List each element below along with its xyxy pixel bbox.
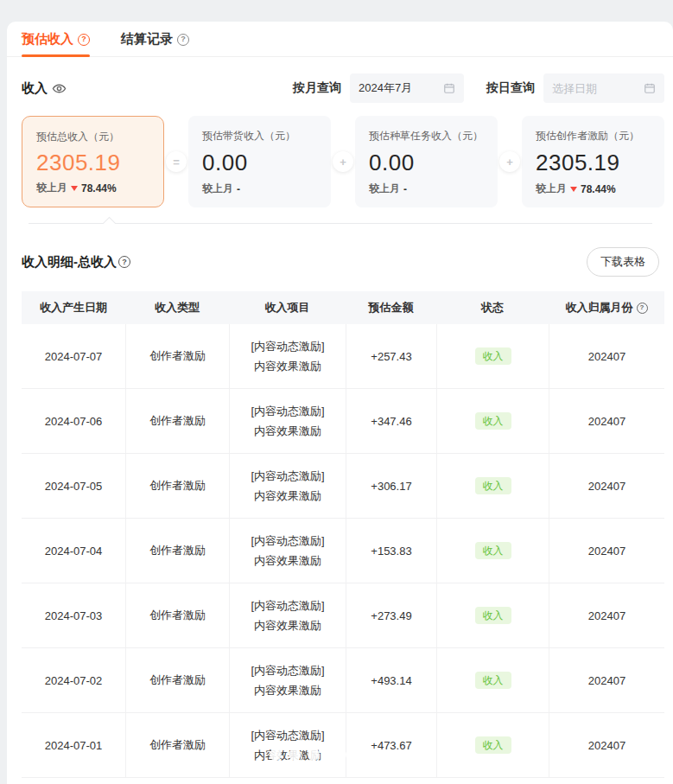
status-badge: 收入 — [475, 412, 511, 430]
card-label: 预估创作者激励（元） — [536, 129, 652, 143]
cell-project: [内容动态激励] 内容效果激励 — [229, 324, 346, 388]
header-month-label: 收入归属月份 — [566, 300, 633, 316]
table-row[interactable]: 2024-07-02 创作者激励 [内容动态激励] 内容效果激励 +493.14… — [22, 648, 664, 713]
cell-project: [内容动态激励] 内容效果激励 — [229, 389, 346, 453]
day-picker[interactable] — [543, 73, 664, 103]
cell-status: 收入 — [436, 713, 549, 777]
cell-project: [内容动态激励] 内容效果激励 — [229, 519, 346, 583]
table-row[interactable]: 2024-07-05 创作者激励 [内容动态激励] 内容效果激励 +306.17… — [22, 454, 664, 519]
help-icon[interactable]: ? — [118, 256, 130, 268]
help-icon[interactable]: ? — [177, 34, 189, 46]
table-row[interactable]: 2024-07-07 创作者激励 [内容动态激励] 内容效果激励 +257.43… — [22, 324, 664, 389]
toolbar: 收入 按月查询 按日查询 — [22, 73, 664, 103]
watermark-dot — [308, 749, 320, 761]
cell-date: 2024-07-07 — [22, 324, 125, 388]
card-creator-incentive[interactable]: 预估创作者激励（元） 2305.19 较上月 78.44% — [522, 116, 664, 207]
status-badge: 收入 — [475, 736, 511, 754]
table-header-row: 收入产生日期 收入类型 收入项目 预估金额 状态 收入归属月份 ? — [22, 291, 664, 324]
help-icon[interactable]: ? — [78, 34, 90, 46]
cell-type: 创作者激励 — [125, 519, 229, 583]
cell-type: 创作者激励 — [125, 324, 229, 388]
card-seeding-task-income[interactable]: 预估种草任务收入（元） 0.00 较上月 - — [355, 116, 498, 207]
project-line-2: 内容效果激励 — [254, 488, 321, 505]
cell-month: 202407 — [549, 713, 664, 777]
card-total-income[interactable]: 预估总收入（元） 2305.19 较上月 78.44% — [22, 116, 164, 207]
delta-label: 较上月 — [369, 182, 400, 196]
table-body: 2024-07-07 创作者激励 [内容动态激励] 内容效果激励 +257.43… — [22, 324, 664, 778]
table-row[interactable]: 2024-07-01 创作者激励 [内容动态激励] 内容效果激励 +473.67… — [22, 713, 664, 778]
cell-type: 创作者激励 — [125, 454, 229, 518]
tab-settlement-records-label: 结算记录 — [121, 31, 173, 48]
project-line-1: [内容动态激励] — [251, 727, 324, 744]
project-line-2: 内容效果激励 — [254, 358, 321, 375]
delta-label: 较上月 — [36, 181, 67, 195]
cell-amount: +493.14 — [346, 648, 436, 712]
delta-value: - — [403, 183, 407, 195]
cell-project: [内容动态激励] 内容效果激励 — [229, 583, 346, 647]
cell-status: 收入 — [436, 583, 549, 647]
down-arrow-icon — [71, 186, 78, 191]
cell-amount: +153.83 — [346, 519, 436, 583]
card-label: 预估带货收入（元） — [202, 129, 319, 143]
header-month: 收入归属月份 ? — [549, 291, 664, 324]
delta-value: - — [237, 183, 240, 195]
cell-type: 创作者激励 — [125, 648, 229, 712]
calendar-icon — [443, 82, 455, 94]
cell-month: 202407 — [549, 648, 664, 712]
project-line-1: [内容动态激励] — [251, 403, 324, 420]
watermark-dot — [327, 749, 339, 761]
download-table-button[interactable]: 下载表格 — [587, 247, 659, 277]
table-row[interactable]: 2024-07-06 创作者激励 [内容动态激励] 内容效果激励 +347.46… — [22, 389, 664, 454]
eye-icon[interactable] — [52, 81, 67, 96]
status-badge: 收入 — [475, 477, 511, 494]
help-icon[interactable]: ? — [637, 303, 648, 314]
cell-amount: +273.49 — [346, 583, 436, 647]
project-line-2: 内容效果激励 — [254, 682, 321, 699]
detail-title-label: 收入明细-总收入 — [22, 254, 117, 271]
tab-settlement-records[interactable]: 结算记录 ? — [121, 31, 189, 56]
cell-month: 202407 — [549, 583, 664, 647]
delta-label: 较上月 — [202, 182, 233, 196]
cell-status: 收入 — [436, 389, 549, 453]
card-label: 预估种草任务收入（元） — [369, 129, 486, 143]
cell-month: 202407 — [549, 324, 664, 388]
card-goods-income[interactable]: 预估带货收入（元） 0.00 较上月 - — [188, 116, 331, 207]
cell-status: 收入 — [436, 324, 549, 388]
project-line-2: 内容效果激励 — [254, 617, 321, 634]
tab-bar: 预估收入 ? 结算记录 ? — [7, 22, 673, 57]
status-badge: 收入 — [475, 542, 511, 559]
header-type: 收入类型 — [125, 291, 229, 324]
month-picker[interactable] — [350, 73, 464, 103]
table-row[interactable]: 2024-07-03 创作者激励 [内容动态激励] 内容效果激励 +273.49… — [22, 583, 664, 648]
table-row[interactable]: 2024-07-04 创作者激励 [内容动态激励] 内容效果激励 +153.83… — [22, 519, 664, 583]
plus-icon: + — [333, 151, 353, 172]
month-query-label: 按月查询 — [293, 80, 341, 96]
cell-month: 202407 — [549, 389, 664, 453]
cell-date: 2024-07-04 — [22, 519, 125, 583]
header-amount: 预估金额 — [346, 291, 436, 324]
cell-amount: +306.17 — [346, 454, 436, 518]
month-picker-input[interactable] — [359, 82, 441, 95]
tab-estimated-income[interactable]: 预估收入 ? — [22, 31, 90, 56]
watermark-dots — [270, 749, 377, 761]
tab-estimated-income-label: 预估收入 — [22, 31, 73, 48]
day-picker-input[interactable] — [552, 82, 635, 95]
card-delta: 较上月 78.44% — [536, 182, 652, 196]
project-line-1: [内容动态激励] — [251, 532, 324, 550]
header-project: 收入项目 — [229, 291, 346, 324]
card-delta: 较上月 78.44% — [36, 181, 151, 195]
watermark-dot — [365, 749, 377, 761]
project-line-1: [内容动态激励] — [251, 338, 324, 355]
cell-date: 2024-07-06 — [22, 389, 125, 453]
cell-type: 创作者激励 — [125, 389, 229, 453]
detail-section-header: 收入明细-总收入 ? 下载表格 — [22, 247, 664, 277]
card-delta: 较上月 - — [369, 182, 486, 196]
income-detail-table: 收入产生日期 收入类型 收入项目 预估金额 状态 收入归属月份 ? 2024-0… — [22, 291, 664, 778]
header-date: 收入产生日期 — [22, 291, 125, 324]
cell-status: 收入 — [436, 519, 549, 583]
cell-date: 2024-07-03 — [22, 583, 125, 647]
project-line-1: [内容动态激励] — [251, 662, 324, 679]
cell-month: 202407 — [549, 454, 664, 518]
header-status: 状态 — [436, 291, 549, 324]
card-value: 2305.19 — [536, 150, 652, 176]
